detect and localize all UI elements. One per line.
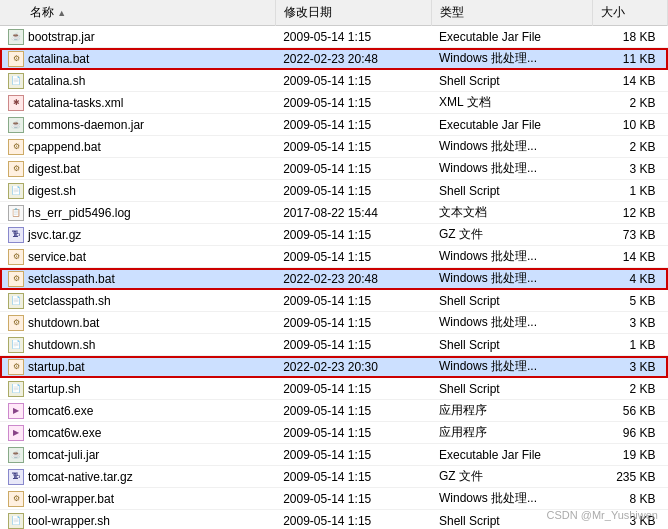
file-size: 56 KB [592, 400, 667, 422]
table-row[interactable]: 📄 setclasspath.sh 2009-05-14 1:15 Shell … [0, 290, 668, 312]
header-size[interactable]: 大小 [592, 0, 667, 26]
file-name: tomcat6.exe [28, 404, 93, 418]
file-date: 2009-05-14 1:15 [275, 466, 431, 488]
jar-icon: ☕ [8, 117, 24, 133]
table-row[interactable]: ✱ catalina-tasks.xml 2009-05-14 1:15 XML… [0, 92, 668, 114]
file-date: 2009-05-14 1:15 [275, 312, 431, 334]
file-type: Windows 批处理... [431, 246, 592, 268]
file-size: 14 KB [592, 246, 667, 268]
file-date: 2009-05-14 1:15 [275, 378, 431, 400]
table-row[interactable]: ⚙ setclasspath.bat 2022-02-23 20:48 Wind… [0, 268, 668, 290]
file-name-cell: ⚙ cpappend.bat [0, 136, 275, 158]
table-row[interactable]: ⚙ service.bat 2009-05-14 1:15 Windows 批处… [0, 246, 668, 268]
file-size: 1 KB [592, 180, 667, 202]
xml-icon: ✱ [8, 95, 24, 111]
file-size: 3 KB [592, 356, 667, 378]
table-row[interactable]: 📋 hs_err_pid5496.log 2017-08-22 15:44 文本… [0, 202, 668, 224]
file-name: digest.sh [28, 184, 76, 198]
file-size: 8 KB [592, 488, 667, 510]
file-name-cell: 🗜 jsvc.tar.gz [0, 224, 275, 246]
file-type: Shell Script [431, 180, 592, 202]
table-row[interactable]: 📄 digest.sh 2009-05-14 1:15 Shell Script… [0, 180, 668, 202]
bat-icon: ⚙ [8, 271, 24, 287]
file-size: 3 KB [592, 312, 667, 334]
file-size: 18 KB [592, 26, 667, 48]
file-name-cell: ☕ bootstrap.jar [0, 26, 275, 48]
file-name: catalina.sh [28, 74, 85, 88]
file-date: 2009-05-14 1:15 [275, 444, 431, 466]
file-size: 2 KB [592, 92, 667, 114]
file-name: hs_err_pid5496.log [28, 206, 131, 220]
file-name: setclasspath.sh [28, 294, 111, 308]
table-header: 名称 ▲ 修改日期 类型 大小 [0, 0, 668, 26]
header-date[interactable]: 修改日期 [275, 0, 431, 26]
file-type: GZ 文件 [431, 466, 592, 488]
file-type: Shell Script [431, 334, 592, 356]
file-size: 5 KB [592, 290, 667, 312]
table-row[interactable]: ⚙ tool-wrapper.bat 2009-05-14 1:15 Windo… [0, 488, 668, 510]
file-size: 3 KB [592, 510, 667, 530]
table-row[interactable]: ▶ tomcat6w.exe 2009-05-14 1:15 应用程序 96 K… [0, 422, 668, 444]
table-row[interactable]: 🗜 tomcat-native.tar.gz 2009-05-14 1:15 G… [0, 466, 668, 488]
file-type: Shell Script [431, 290, 592, 312]
file-size: 96 KB [592, 422, 667, 444]
gz-icon: 🗜 [8, 469, 24, 485]
table-row[interactable]: ☕ commons-daemon.jar 2009-05-14 1:15 Exe… [0, 114, 668, 136]
file-size: 2 KB [592, 378, 667, 400]
file-date: 2009-05-14 1:15 [275, 26, 431, 48]
file-type: Shell Script [431, 70, 592, 92]
file-type: XML 文档 [431, 92, 592, 114]
file-name-cell: ⚙ shutdown.bat [0, 312, 275, 334]
file-date: 2009-05-14 1:15 [275, 290, 431, 312]
gz-icon: 🗜 [8, 227, 24, 243]
file-name-cell: ⚙ setclasspath.bat [0, 268, 275, 290]
file-name: shutdown.bat [28, 316, 99, 330]
file-type: Windows 批处理... [431, 136, 592, 158]
table-row[interactable]: ☕ tomcat-juli.jar 2009-05-14 1:15 Execut… [0, 444, 668, 466]
table-row[interactable]: ☕ bootstrap.jar 2009-05-14 1:15 Executab… [0, 26, 668, 48]
file-name-cell: 📄 shutdown.sh [0, 334, 275, 356]
bat-icon: ⚙ [8, 249, 24, 265]
jar-icon: ☕ [8, 447, 24, 463]
table-row[interactable]: 📄 catalina.sh 2009-05-14 1:15 Shell Scri… [0, 70, 668, 92]
table-row[interactable]: ⚙ shutdown.bat 2009-05-14 1:15 Windows 批… [0, 312, 668, 334]
file-size: 14 KB [592, 70, 667, 92]
table-row[interactable]: ⚙ catalina.bat 2022-02-23 20:48 Windows … [0, 48, 668, 70]
file-name-cell: 📄 digest.sh [0, 180, 275, 202]
file-size: 235 KB [592, 466, 667, 488]
file-type: 应用程序 [431, 422, 592, 444]
file-type: Executable Jar File [431, 26, 592, 48]
sh-icon: 📄 [8, 293, 24, 309]
file-type: 应用程序 [431, 400, 592, 422]
file-name-cell: ▶ tomcat6.exe [0, 400, 275, 422]
file-type: Windows 批处理... [431, 488, 592, 510]
header-name[interactable]: 名称 ▲ [0, 0, 275, 26]
sh-icon: 📄 [8, 73, 24, 89]
file-name-cell: 📄 tool-wrapper.sh [0, 510, 275, 530]
file-type: Shell Script [431, 378, 592, 400]
table-row[interactable]: ▶ tomcat6.exe 2009-05-14 1:15 应用程序 56 KB [0, 400, 668, 422]
file-name: service.bat [28, 250, 86, 264]
exe-icon: ▶ [8, 425, 24, 441]
table-row[interactable]: 🗜 jsvc.tar.gz 2009-05-14 1:15 GZ 文件 73 K… [0, 224, 668, 246]
table-row[interactable]: ⚙ cpappend.bat 2009-05-14 1:15 Windows 批… [0, 136, 668, 158]
header-type[interactable]: 类型 [431, 0, 592, 26]
file-name: shutdown.sh [28, 338, 95, 352]
file-date: 2022-02-23 20:48 [275, 268, 431, 290]
table-row[interactable]: 📄 shutdown.sh 2009-05-14 1:15 Shell Scri… [0, 334, 668, 356]
table-row[interactable]: 📄 tool-wrapper.sh 2009-05-14 1:15 Shell … [0, 510, 668, 530]
file-name: catalina.bat [28, 52, 89, 66]
table-row[interactable]: 📄 startup.sh 2009-05-14 1:15 Shell Scrip… [0, 378, 668, 400]
file-name: bootstrap.jar [28, 30, 95, 44]
file-date: 2009-05-14 1:15 [275, 400, 431, 422]
file-date: 2022-02-23 20:48 [275, 48, 431, 70]
table-row[interactable]: ⚙ startup.bat 2022-02-23 20:30 Windows 批… [0, 356, 668, 378]
file-size: 2 KB [592, 136, 667, 158]
file-name: tool-wrapper.sh [28, 514, 110, 528]
bat-icon: ⚙ [8, 139, 24, 155]
sh-icon: 📄 [8, 381, 24, 397]
file-date: 2017-08-22 15:44 [275, 202, 431, 224]
file-name-cell: ⚙ catalina.bat [0, 48, 275, 70]
table-row[interactable]: ⚙ digest.bat 2009-05-14 1:15 Windows 批处理… [0, 158, 668, 180]
bat-icon: ⚙ [8, 51, 24, 67]
